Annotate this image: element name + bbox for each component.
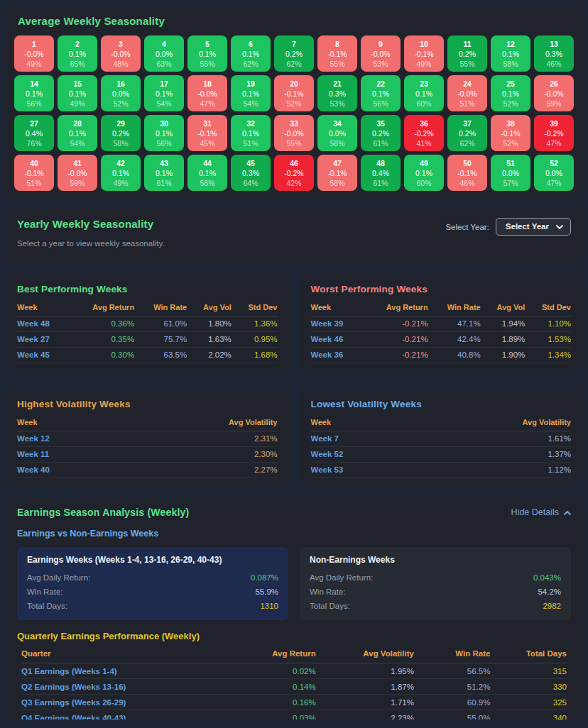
stat-row: Win Rate: 54.2% bbox=[310, 585, 561, 599]
week-cell[interactable]: 26 -0.0% 59% bbox=[534, 75, 574, 111]
week-cell[interactable]: 45 0.3% 64% bbox=[231, 155, 271, 191]
week-cell[interactable]: 9 -0.0% 53% bbox=[361, 35, 401, 72]
week-avg-return: 0.1% bbox=[502, 49, 519, 59]
table-row: Week 48 0.36% 61.0% 1.80% 1.36% bbox=[17, 316, 278, 332]
week-cell[interactable]: 19 0.1% 54% bbox=[231, 75, 271, 111]
week-cell[interactable]: 31 -0.1% 45% bbox=[187, 115, 227, 151]
quarterly-table-wrap: Quarter Avg Return Avg Volatility Win Ra… bbox=[17, 647, 571, 719]
week-avg-return: 0.1% bbox=[415, 89, 432, 99]
week-win-rate: 53% bbox=[330, 99, 344, 109]
week-cell[interactable]: 10 -0.1% 49% bbox=[404, 35, 444, 72]
week-cell[interactable]: 17 0.1% 54% bbox=[144, 75, 184, 111]
week-cell[interactable]: 52 0.0% 47% bbox=[534, 155, 574, 191]
week-number: 42 bbox=[116, 158, 125, 168]
week-cell[interactable]: 42 0.1% 49% bbox=[101, 155, 141, 191]
quarterly-header-row: Quarter Avg Return Avg Volatility Win Ra… bbox=[21, 647, 567, 663]
week-cell[interactable]: 28 0.1% 54% bbox=[58, 115, 97, 151]
week-name: Week 27 bbox=[17, 332, 68, 348]
week-cell[interactable]: 8 -0.1% 55% bbox=[317, 35, 357, 72]
table-row: Week 52 1.37% bbox=[311, 447, 572, 463]
week-win-rate: 65% bbox=[70, 59, 85, 69]
table-row: Q4 Earnings (Weeks 40-43) 0.03% 2.23% 55… bbox=[21, 710, 567, 720]
week-avg-return: 0.0% bbox=[156, 49, 173, 59]
table-row: Q1 Earnings (Weeks 1-4) 0.02% 1.95% 56.5… bbox=[21, 663, 567, 679]
week-cell[interactable]: 15 0.1% 49% bbox=[58, 75, 97, 111]
col-avg-return: Avg Return bbox=[68, 301, 134, 316]
week-cell[interactable]: 34 0.0% 58% bbox=[317, 115, 357, 151]
week-win-rate: 59% bbox=[70, 178, 85, 188]
best-weeks-table: Week Avg Return Win Rate Avg Vol Std Dev… bbox=[17, 301, 278, 363]
week-cell[interactable]: 1 -0.0% 49% bbox=[14, 35, 54, 72]
week-cell[interactable]: 3 -0.0% 48% bbox=[101, 35, 141, 72]
week-cell[interactable]: 27 0.4% 76% bbox=[14, 115, 54, 151]
earnings-season-panel: Earnings Season Analysis (Weekly) Hide D… bbox=[6, 497, 582, 719]
week-number: 47 bbox=[333, 158, 342, 168]
highest-vol-title: Highest Volatility Weeks bbox=[17, 399, 278, 409]
week-win-rate: 76% bbox=[26, 138, 41, 148]
week-cell[interactable]: 30 0.1% 56% bbox=[144, 115, 184, 151]
week-cell[interactable]: 7 0.2% 62% bbox=[274, 35, 314, 72]
col-week: Week bbox=[17, 301, 68, 316]
table-row: Week 11 2.30% bbox=[17, 447, 278, 463]
week-avg-return: 0.0% bbox=[329, 128, 346, 138]
week-cell[interactable]: 39 -0.2% 47% bbox=[534, 115, 574, 151]
week-cell[interactable]: 20 -0.1% 52% bbox=[274, 75, 314, 111]
week-avg-return: 0.1% bbox=[199, 168, 216, 178]
week-cell[interactable]: 38 -0.1% 52% bbox=[491, 115, 530, 151]
week-cell[interactable]: 46 -0.2% 42% bbox=[274, 155, 314, 191]
week-cell[interactable]: 5 0.1% 55% bbox=[187, 35, 227, 72]
week-cell[interactable]: 36 -0.2% 41% bbox=[404, 115, 444, 151]
week-cell[interactable]: 33 -0.0% 55% bbox=[274, 115, 314, 151]
week-win-rate: 61% bbox=[373, 138, 388, 148]
week-cell[interactable]: 2 0.1% 65% bbox=[58, 35, 97, 72]
week-cell[interactable]: 22 0.1% 56% bbox=[361, 75, 401, 111]
week-number: 50 bbox=[463, 158, 472, 168]
year-select[interactable]: Select Year bbox=[496, 218, 571, 236]
week-number: 39 bbox=[550, 118, 558, 128]
week-name: Week 39 bbox=[311, 316, 362, 332]
week-cell[interactable]: 43 0.1% 61% bbox=[144, 155, 184, 191]
week-win-rate: 61% bbox=[373, 178, 388, 188]
week-cell[interactable]: 24 -0.0% 51% bbox=[447, 75, 487, 111]
week-win-rate: 45% bbox=[200, 138, 214, 148]
week-cell[interactable]: 37 0.2% 62% bbox=[447, 115, 487, 151]
week-cell[interactable]: 29 0.2% 58% bbox=[101, 115, 141, 151]
stat-value: 54.2% bbox=[538, 588, 561, 596]
week-cell[interactable]: 47 -0.1% 58% bbox=[317, 155, 357, 191]
week-cell[interactable]: 14 0.1% 56% bbox=[14, 75, 54, 111]
year-select-value: Select Year bbox=[506, 222, 549, 231]
week-cell[interactable]: 18 -0.0% 47% bbox=[187, 75, 227, 111]
week-cell[interactable]: 35 0.2% 61% bbox=[361, 115, 401, 151]
week-cell[interactable]: 50 -0.1% 46% bbox=[447, 155, 487, 191]
highest-vol-table: Week Avg Volatility Week 12 2.31% Week 1… bbox=[17, 416, 278, 478]
week-cell[interactable]: 44 0.1% 58% bbox=[187, 155, 227, 191]
week-name: Week 45 bbox=[17, 348, 68, 363]
week-cell[interactable]: 11 0.2% 55% bbox=[447, 35, 487, 72]
table-row: Week 7 1.61% bbox=[311, 431, 572, 447]
week-cell[interactable]: 41 -0.0% 59% bbox=[58, 155, 97, 191]
week-cell[interactable]: 21 0.3% 53% bbox=[317, 75, 357, 111]
week-cell[interactable]: 49 0.1% 60% bbox=[404, 155, 444, 191]
week-cell[interactable]: 16 0.0% 52% bbox=[101, 75, 141, 111]
week-number: 8 bbox=[335, 39, 339, 49]
week-cell[interactable]: 13 0.3% 46% bbox=[534, 35, 574, 72]
stat-value: 2982 bbox=[543, 602, 561, 610]
week-cell[interactable]: 48 0.4% 61% bbox=[361, 155, 401, 191]
week-number: 27 bbox=[30, 118, 38, 128]
week-cell[interactable]: 4 0.0% 63% bbox=[144, 35, 184, 72]
week-cell[interactable]: 25 0.1% 52% bbox=[491, 75, 530, 111]
week-cell[interactable]: 40 -0.1% 51% bbox=[14, 155, 54, 191]
week-number: 13 bbox=[550, 39, 558, 49]
week-cell[interactable]: 51 0.0% 57% bbox=[491, 155, 530, 191]
week-cell[interactable]: 23 0.1% 60% bbox=[404, 75, 444, 111]
week-cell[interactable]: 32 0.1% 51% bbox=[231, 115, 271, 151]
week-win-rate: 56% bbox=[373, 99, 388, 109]
week-cell[interactable]: 12 0.1% 58% bbox=[491, 35, 530, 72]
avg-volatility-value: 2.30% bbox=[121, 447, 278, 463]
week-win-rate: 52% bbox=[503, 138, 518, 148]
std-dev-value: 1.34% bbox=[525, 348, 571, 363]
week-cell[interactable]: 6 0.1% 62% bbox=[231, 35, 271, 72]
hide-details-button[interactable]: Hide Details bbox=[511, 507, 571, 517]
week-win-rate: 47% bbox=[200, 99, 214, 109]
week-number: 12 bbox=[506, 39, 515, 49]
